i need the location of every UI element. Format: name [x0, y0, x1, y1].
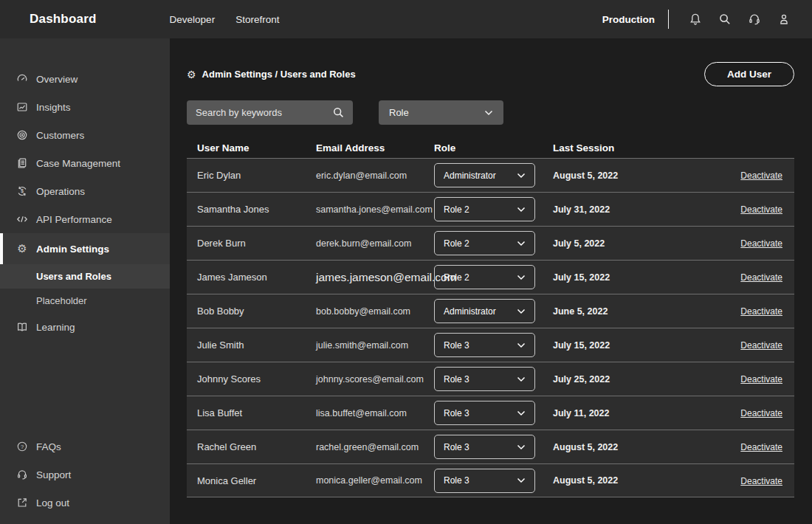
role-value: Role 3 — [444, 340, 469, 351]
table-row: Monica Geller monica.geller@email.com Ro… — [187, 463, 794, 497]
filter-controls: Role — [187, 100, 794, 125]
sidebar-item-label: Log out — [36, 497, 69, 509]
chart-icon — [16, 101, 28, 113]
role-value: Role 2 — [444, 238, 469, 249]
deactivate-link[interactable]: Deactivate — [740, 238, 782, 249]
topbar: Dashboard Developer Storefront Productio… — [0, 0, 812, 38]
deactivate-link[interactable]: Deactivate — [740, 442, 782, 452]
deactivate-link[interactable]: Deactivate — [740, 476, 782, 486]
headset-icon — [16, 469, 28, 480]
sidebar-item-overview[interactable]: Overview — [0, 65, 170, 93]
tab-developer[interactable]: Developer — [170, 14, 216, 25]
role-select[interactable]: Administrator — [434, 299, 535, 323]
role-value: Role 2 — [444, 204, 469, 215]
sidebar-item-admin-settings[interactable]: ⚙ Admin Settings — [0, 233, 170, 264]
page-header: ⚙ Admin Settings / Users and Roles Add U… — [187, 62, 794, 86]
sidebar-item-logout[interactable]: Log out — [0, 489, 170, 517]
role-select[interactable]: Role 3 — [434, 333, 535, 357]
user-email: samantha.jones@email.com — [316, 204, 434, 215]
sidebar-subitem-label: Users and Roles — [36, 271, 111, 282]
sidebar-item-label: Insights — [36, 102, 71, 113]
sidebar-item-faqs[interactable]: ? FAQs — [0, 432, 170, 461]
column-header-user-name: User Name — [197, 142, 316, 154]
headset-icon[interactable] — [740, 6, 769, 32]
role-select[interactable]: Role 2 — [434, 265, 535, 289]
sidebar-item-label: Operations — [36, 186, 85, 197]
sidebar-item-insights[interactable]: Insights — [0, 93, 170, 121]
table-row: Eric Dylan eric.dylan@email.com Administ… — [187, 158, 794, 192]
currency-cycle-icon: $ — [16, 185, 28, 197]
last-session: July 25, 2022 — [553, 374, 740, 385]
last-session: July 5, 2022 — [553, 238, 740, 249]
sidebar-item-support[interactable]: Support — [0, 461, 170, 489]
help-icon: ? — [16, 441, 28, 452]
last-session: July 31, 2022 — [553, 204, 740, 215]
gauge-icon — [16, 73, 28, 85]
sidebar-item-label: Overview — [36, 74, 78, 85]
search-input[interactable] — [187, 100, 353, 125]
user-email: bob.bobby@email.com — [316, 306, 434, 317]
table-row: Rachel Green rachel.green@email.com Role… — [187, 430, 794, 463]
main-content: ⚙ Admin Settings / Users and Roles Add U… — [170, 38, 812, 524]
user-email: rachel.green@email.com — [316, 442, 434, 452]
last-session: July 15, 2022 — [553, 340, 740, 351]
deactivate-link[interactable]: Deactivate — [740, 408, 782, 418]
code-icon — [16, 213, 28, 225]
last-session: June 5, 2022 — [553, 306, 740, 317]
role-select[interactable]: Role 3 — [434, 401, 535, 425]
user-name: Johnny Scores — [197, 373, 316, 385]
deactivate-link[interactable]: Deactivate — [740, 272, 782, 283]
sidebar-item-users-and-roles[interactable]: Users and Roles — [0, 264, 170, 289]
deactivate-link[interactable]: Deactivate — [740, 374, 782, 385]
sidebar-item-label: Customers — [36, 130, 84, 141]
deactivate-link[interactable]: Deactivate — [740, 306, 782, 317]
sidebar-item-operations[interactable]: $ Operations — [0, 177, 170, 205]
sidebar-item-learning[interactable]: Learning — [0, 313, 170, 341]
role-select[interactable]: Administrator — [434, 163, 535, 187]
chevron-down-icon — [517, 342, 526, 348]
user-email: lisa.buffet@email.com — [316, 408, 434, 418]
chevron-down-icon — [484, 110, 493, 116]
account-icon[interactable] — [769, 6, 799, 32]
table-header: User Name Email Address Role Last Sessio… — [187, 138, 794, 158]
sidebar-item-placeholder[interactable]: Placeholder — [0, 289, 170, 313]
deactivate-link[interactable]: Deactivate — [740, 170, 782, 181]
role-select[interactable]: Role 3 — [434, 469, 535, 493]
sidebar-item-label: Support — [36, 469, 71, 480]
sidebar-item-label: Learning — [36, 322, 75, 333]
role-value: Role 3 — [444, 408, 469, 418]
chevron-down-icon — [517, 241, 526, 247]
user-name: Julie Smith — [197, 339, 316, 351]
topbar-divider — [668, 10, 669, 29]
table-row: Bob Bobby bob.bobby@email.com Administra… — [187, 294, 794, 328]
chevron-down-icon — [517, 173, 526, 179]
bell-icon[interactable] — [681, 6, 710, 32]
add-user-button[interactable]: Add User — [704, 62, 794, 86]
user-name: Eric Dylan — [197, 170, 316, 181]
role-select[interactable]: Role 3 — [434, 367, 535, 391]
sidebar-item-api-performance[interactable]: API Performance — [0, 205, 170, 233]
chevron-down-icon — [517, 444, 526, 450]
deactivate-link[interactable]: Deactivate — [740, 340, 782, 351]
user-name: Samantha Jones — [197, 204, 316, 215]
sidebar-item-case-management[interactable]: Case Management — [0, 149, 170, 177]
topbar-nav: Developer Storefront — [170, 14, 280, 25]
table-row: James Jameson james.jameson@email.com Ro… — [187, 260, 794, 294]
role-select[interactable]: Role 3 — [434, 435, 535, 459]
role-select[interactable]: Role 2 — [434, 197, 535, 221]
sidebar-item-customers[interactable]: Customers — [0, 121, 170, 149]
table-row: Lisa Buffet lisa.buffet@email.com Role 3… — [187, 396, 794, 430]
deactivate-link[interactable]: Deactivate — [740, 204, 782, 215]
role-select[interactable]: Role 2 — [434, 231, 535, 255]
column-header-email: Email Address — [316, 142, 434, 154]
chevron-down-icon — [517, 207, 526, 213]
role-filter-label: Role — [389, 107, 409, 118]
search-icon[interactable] — [710, 6, 740, 32]
app-logo: Dashboard — [30, 12, 97, 27]
book-icon — [16, 321, 28, 333]
sidebar-nav: Overview Insights Customers — [0, 38, 170, 341]
tab-storefront[interactable]: Storefront — [235, 14, 279, 25]
environment-label: Production — [602, 14, 655, 25]
last-session: August 5, 2022 — [553, 442, 740, 452]
role-filter-dropdown[interactable]: Role — [379, 100, 503, 125]
